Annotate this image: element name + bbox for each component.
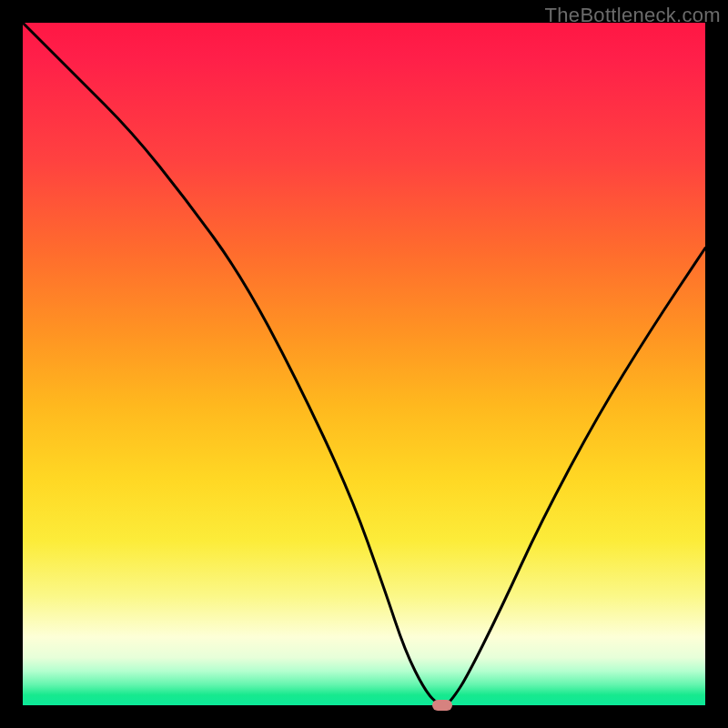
chart-frame: TheBottleneck.com xyxy=(0,0,728,728)
optimal-marker xyxy=(432,700,452,711)
plot-area xyxy=(23,23,705,705)
watermark-text: TheBottleneck.com xyxy=(545,4,721,27)
bottleneck-curve xyxy=(23,23,705,705)
curve-path xyxy=(23,23,705,705)
